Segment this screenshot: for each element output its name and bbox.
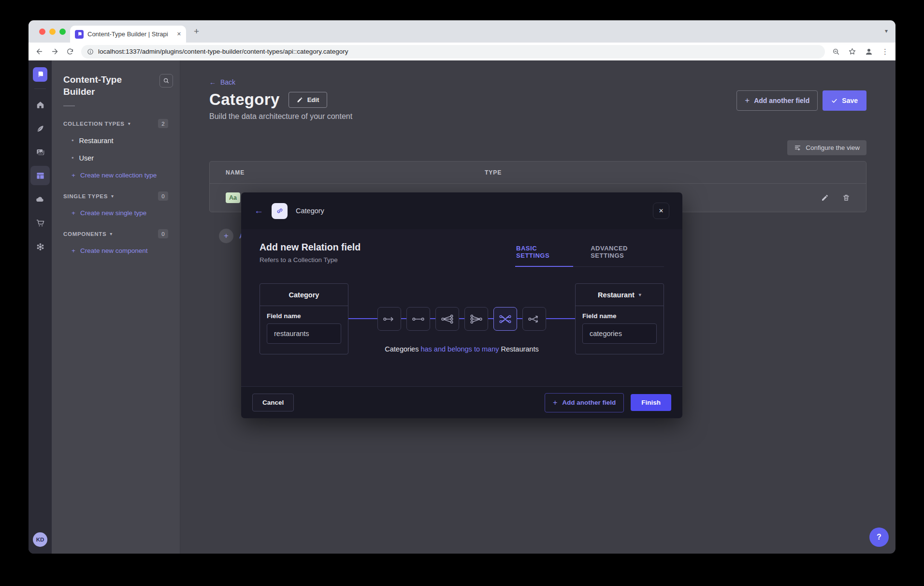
section-components[interactable]: COMPONENTS ▾ 0	[63, 229, 168, 238]
relation-many-way-icon[interactable]	[522, 307, 546, 331]
source-field-name-input[interactable]: restaurants	[267, 323, 341, 344]
modal-back-arrow-icon[interactable]: ←	[254, 205, 263, 216]
edit-button[interactable]: Edit	[289, 92, 328, 108]
plus-circle-icon[interactable]: +	[219, 229, 233, 243]
create-single-type-link[interactable]: + Create new single type	[63, 205, 168, 221]
modal-header: ← Category ✕	[241, 192, 682, 229]
nav-content-manager-icon[interactable]	[30, 118, 50, 138]
relation-target-card: Restaurant ▾ Field name categories	[575, 283, 664, 354]
relation-type-picker: Categories has and belongs to many Resta…	[348, 283, 575, 354]
column-type: TYPE	[485, 169, 502, 176]
browser-tab[interactable]: Content-Type Builder | Strapi ✕	[70, 26, 186, 43]
nav-cloud-icon[interactable]	[30, 190, 50, 209]
relation-many-to-many-icon[interactable]	[493, 307, 517, 331]
profile-avatar-icon[interactable]	[865, 47, 873, 56]
site-info-icon[interactable]	[87, 48, 94, 55]
add-another-field-button[interactable]: + Add another field	[736, 90, 818, 111]
sentence-verb: has and belongs to many	[420, 345, 499, 353]
modal-subtitle: Refers to a Collection Type	[260, 256, 361, 264]
modal-close-button[interactable]: ✕	[653, 203, 669, 219]
cancel-button[interactable]: Cancel	[252, 394, 294, 411]
delete-field-trash-icon[interactable]	[842, 194, 850, 202]
close-window-button[interactable]	[39, 29, 45, 35]
plus-icon: +	[72, 172, 75, 179]
plus-icon: +	[745, 96, 750, 105]
fullscreen-window-button[interactable]	[59, 29, 66, 35]
nav-home-icon[interactable]	[30, 95, 50, 114]
page-subtitle: Build the data architecture of your cont…	[209, 112, 866, 121]
save-button[interactable]: Save	[823, 90, 866, 111]
configure-label: Configure the view	[806, 144, 860, 151]
section-count-badge: 0	[158, 191, 168, 201]
minimize-window-button[interactable]	[49, 29, 56, 35]
modal-title: Add new Relation field	[260, 242, 361, 253]
edit-field-pencil-icon[interactable]	[821, 194, 829, 202]
sidebar-search-button[interactable]	[159, 74, 173, 88]
relation-one-to-many-icon[interactable]	[435, 307, 459, 331]
add-relation-field-modal: ← Category ✕ Add new Relation field Refe…	[241, 192, 682, 418]
url-text[interactable]: localhost:1337/admin/plugins/content-typ…	[98, 48, 348, 55]
section-count-badge: 2	[158, 119, 168, 128]
configure-view-button[interactable]: Configure the view	[787, 140, 866, 155]
finish-button[interactable]: Finish	[631, 394, 671, 411]
chevron-down-icon: ▾	[639, 292, 641, 297]
traffic-lights	[39, 29, 66, 35]
nav-content-type-builder-icon[interactable]	[30, 166, 50, 185]
browser-back-icon[interactable]	[35, 47, 43, 56]
target-collection-dropdown[interactable]: Restaurant ▾	[576, 284, 664, 306]
browser-menu-kebab-icon[interactable]: ⋮	[881, 47, 889, 56]
browser-forward-icon[interactable]	[51, 47, 59, 56]
save-label: Save	[842, 97, 858, 104]
nav-settings-gear-icon[interactable]	[30, 237, 50, 256]
zoom-icon[interactable]	[832, 48, 840, 56]
action-label: Create new collection type	[80, 172, 157, 179]
modal-add-another-field-button[interactable]: + Add another field	[545, 393, 624, 412]
section-collection-types[interactable]: COLLECTION TYPES ▾ 2	[63, 119, 168, 128]
help-button[interactable]: ?	[869, 527, 889, 547]
toolbar-right-icons: ⋮	[832, 47, 889, 56]
sentence-object: Restaurants	[501, 345, 539, 353]
relation-many-to-one-icon[interactable]	[464, 307, 488, 331]
relation-one-way-icon[interactable]	[377, 307, 401, 331]
target-field-name-input[interactable]: categories	[582, 323, 657, 344]
back-label: Back	[220, 78, 235, 86]
back-link[interactable]: ← Back	[209, 78, 235, 86]
target-card-title: Restaurant	[598, 291, 635, 299]
tab-advanced-settings[interactable]: ADVANCED SETTINGS	[590, 242, 664, 267]
nav-marketplace-icon[interactable]	[30, 213, 50, 233]
section-single-types[interactable]: SINGLE TYPES ▾ 0	[63, 191, 168, 201]
pencil-icon	[297, 97, 303, 103]
strapi-logo[interactable]	[33, 67, 47, 82]
create-collection-type-link[interactable]: + Create new collection type	[63, 167, 168, 184]
sentence-subject: Categories	[385, 345, 419, 353]
bookmark-star-icon[interactable]	[848, 47, 856, 56]
new-tab-button[interactable]: +	[194, 27, 199, 36]
content-type-builder-sidebar: Content-Type Builder COLLECTION TYPES ▾ …	[52, 60, 180, 554]
sidebar-item-restaurant[interactable]: • Restaurant	[63, 132, 168, 149]
nav-media-library-icon[interactable]	[30, 142, 50, 161]
relation-one-to-one-icon[interactable]	[406, 307, 430, 331]
strapi-favicon	[75, 30, 84, 39]
target-field-label: Field name	[582, 312, 657, 320]
address-bar[interactable]: localhost:1337/admin/plugins/content-typ…	[81, 45, 825, 59]
modal-footer: Cancel + Add another field Finish	[241, 386, 682, 418]
sidebar-item-label: User	[79, 154, 94, 162]
rail-divider	[34, 88, 46, 89]
browser-toolbar: localhost:1337/admin/plugins/content-typ…	[29, 43, 895, 60]
source-card-title: Category	[260, 284, 348, 306]
chevron-down-icon: ▾	[128, 121, 130, 126]
edit-label: Edit	[307, 96, 319, 103]
modal-breadcrumb: Category	[296, 207, 324, 215]
sidebar-item-user[interactable]: • User	[63, 149, 168, 167]
create-component-link[interactable]: + Create new component	[63, 242, 168, 259]
user-avatar[interactable]: KD	[33, 532, 47, 547]
browser-reload-icon[interactable]	[66, 48, 74, 56]
tab-list-chevron-icon[interactable]: ▾	[885, 28, 888, 34]
tab-basic-settings[interactable]: BASIC SETTINGS	[515, 242, 573, 267]
browser-tab-strip: Content-Type Builder | Strapi ✕ + ▾	[29, 20, 895, 43]
configure-list-icon	[794, 144, 801, 151]
tab-close-icon[interactable]: ✕	[177, 31, 181, 37]
section-label: COMPONENTS	[63, 231, 106, 237]
browser-window: Content-Type Builder | Strapi ✕ + ▾ loca…	[29, 20, 895, 554]
sidebar-item-label: Restaurant	[79, 137, 114, 145]
